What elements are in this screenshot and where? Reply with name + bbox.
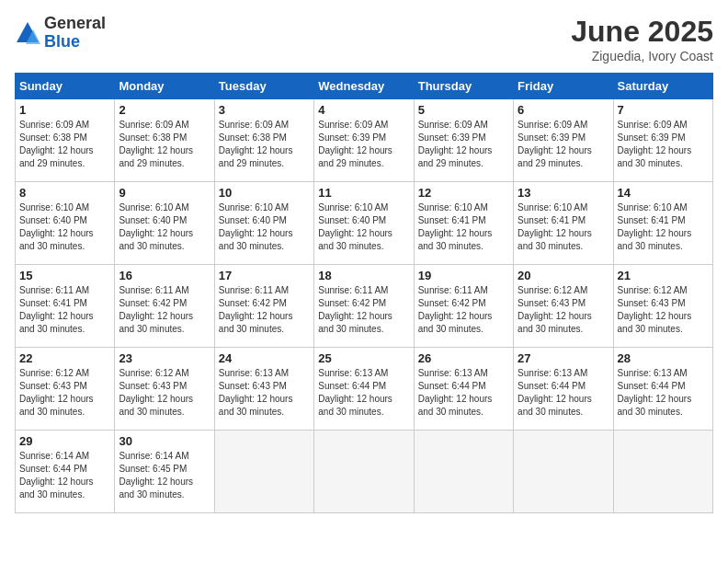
- day-info: Sunrise: 6:10 AMSunset: 6:40 PMDaylight:…: [119, 201, 210, 253]
- page-header: General Blue June 2025 Ziguedia, Ivory C…: [15, 15, 713, 63]
- day-info: Sunrise: 6:13 AMSunset: 6:44 PMDaylight:…: [518, 367, 609, 419]
- calendar-cell: 1Sunrise: 6:09 AMSunset: 6:38 PMDaylight…: [16, 99, 115, 182]
- day-info: Sunrise: 6:12 AMSunset: 6:43 PMDaylight:…: [518, 284, 609, 336]
- calendar-cell: [514, 431, 613, 513]
- calendar-week-row: 22Sunrise: 6:12 AMSunset: 6:43 PMDayligh…: [16, 348, 713, 431]
- logo: General Blue: [15, 15, 106, 52]
- calendar-week-row: 1Sunrise: 6:09 AMSunset: 6:38 PMDaylight…: [16, 99, 713, 182]
- day-number: 18: [318, 269, 409, 282]
- calendar-cell: 4Sunrise: 6:09 AMSunset: 6:39 PMDaylight…: [314, 99, 414, 182]
- day-number: 21: [618, 269, 709, 282]
- location-subtitle: Ziguedia, Ivory Coast: [571, 49, 713, 63]
- calendar-cell: 2Sunrise: 6:09 AMSunset: 6:38 PMDaylight…: [115, 99, 214, 182]
- calendar-cell: 14Sunrise: 6:10 AMSunset: 6:41 PMDayligh…: [613, 182, 712, 265]
- day-info: Sunrise: 6:10 AMSunset: 6:41 PMDaylight:…: [418, 201, 509, 253]
- day-info: Sunrise: 6:13 AMSunset: 6:44 PMDaylight:…: [418, 367, 509, 419]
- day-number: 7: [618, 103, 709, 117]
- day-number: 26: [418, 351, 509, 365]
- calendar-cell: 24Sunrise: 6:13 AMSunset: 6:43 PMDayligh…: [214, 348, 313, 431]
- logo-blue: Blue: [44, 33, 106, 52]
- day-info: Sunrise: 6:11 AMSunset: 6:42 PMDaylight:…: [418, 284, 509, 336]
- month-title: June 2025: [571, 15, 713, 49]
- day-number: 11: [318, 186, 409, 200]
- calendar-cell: 23Sunrise: 6:12 AMSunset: 6:43 PMDayligh…: [115, 348, 214, 431]
- calendar-cell: 17Sunrise: 6:11 AMSunset: 6:42 PMDayligh…: [214, 265, 313, 348]
- day-number: 17: [219, 269, 310, 282]
- calendar-cell: 3Sunrise: 6:09 AMSunset: 6:38 PMDaylight…: [214, 99, 313, 182]
- day-info: Sunrise: 6:13 AMSunset: 6:44 PMDaylight:…: [318, 367, 409, 419]
- day-info: Sunrise: 6:09 AMSunset: 6:38 PMDaylight:…: [119, 119, 210, 170]
- day-number: 30: [119, 434, 210, 448]
- day-info: Sunrise: 6:14 AMSunset: 6:45 PMDaylight:…: [119, 450, 210, 501]
- calendar-table: SundayMondayTuesdayWednesdayThursdayFrid…: [15, 73, 713, 513]
- day-number: 12: [418, 186, 509, 200]
- day-info: Sunrise: 6:13 AMSunset: 6:44 PMDaylight:…: [618, 367, 709, 419]
- day-info: Sunrise: 6:11 AMSunset: 6:42 PMDaylight:…: [318, 284, 409, 336]
- day-info: Sunrise: 6:13 AMSunset: 6:43 PMDaylight:…: [219, 367, 310, 419]
- calendar-cell: 25Sunrise: 6:13 AMSunset: 6:44 PMDayligh…: [314, 348, 414, 431]
- calendar-cell: 18Sunrise: 6:11 AMSunset: 6:42 PMDayligh…: [314, 265, 414, 348]
- calendar-cell: 12Sunrise: 6:10 AMSunset: 6:41 PMDayligh…: [414, 182, 513, 265]
- day-info: Sunrise: 6:14 AMSunset: 6:44 PMDaylight:…: [19, 450, 110, 501]
- weekday-header: Friday: [514, 74, 613, 99]
- day-info: Sunrise: 6:09 AMSunset: 6:38 PMDaylight:…: [19, 119, 110, 170]
- calendar-cell: 27Sunrise: 6:13 AMSunset: 6:44 PMDayligh…: [514, 348, 613, 431]
- calendar-cell: 11Sunrise: 6:10 AMSunset: 6:40 PMDayligh…: [314, 182, 414, 265]
- day-number: 3: [219, 103, 310, 117]
- weekday-header: Tuesday: [214, 74, 313, 99]
- day-number: 15: [19, 269, 110, 282]
- calendar-cell: 26Sunrise: 6:13 AMSunset: 6:44 PMDayligh…: [414, 348, 513, 431]
- day-info: Sunrise: 6:09 AMSunset: 6:39 PMDaylight:…: [518, 119, 609, 170]
- calendar-week-row: 29Sunrise: 6:14 AMSunset: 6:44 PMDayligh…: [16, 431, 713, 513]
- calendar-cell: 5Sunrise: 6:09 AMSunset: 6:39 PMDaylight…: [414, 99, 513, 182]
- day-info: Sunrise: 6:12 AMSunset: 6:43 PMDaylight:…: [618, 284, 709, 336]
- day-number: 6: [518, 103, 609, 117]
- day-number: 28: [618, 351, 709, 365]
- day-number: 2: [119, 103, 210, 117]
- calendar-cell: 13Sunrise: 6:10 AMSunset: 6:41 PMDayligh…: [514, 182, 613, 265]
- day-info: Sunrise: 6:10 AMSunset: 6:40 PMDaylight:…: [19, 201, 110, 253]
- calendar-cell: 16Sunrise: 6:11 AMSunset: 6:42 PMDayligh…: [115, 265, 214, 348]
- calendar-cell: [613, 431, 712, 513]
- day-number: 1: [19, 103, 110, 117]
- day-info: Sunrise: 6:11 AMSunset: 6:42 PMDaylight:…: [219, 284, 310, 336]
- calendar-cell: 10Sunrise: 6:10 AMSunset: 6:40 PMDayligh…: [214, 182, 313, 265]
- calendar-cell: 29Sunrise: 6:14 AMSunset: 6:44 PMDayligh…: [16, 431, 115, 513]
- day-number: 25: [318, 351, 409, 365]
- calendar-cell: [214, 431, 313, 513]
- calendar-cell: 30Sunrise: 6:14 AMSunset: 6:45 PMDayligh…: [115, 431, 214, 513]
- title-block: June 2025 Ziguedia, Ivory Coast: [571, 15, 713, 63]
- day-number: 4: [318, 103, 409, 117]
- day-info: Sunrise: 6:11 AMSunset: 6:41 PMDaylight:…: [19, 284, 110, 336]
- day-info: Sunrise: 6:12 AMSunset: 6:43 PMDaylight:…: [19, 367, 110, 419]
- day-number: 27: [518, 351, 609, 365]
- calendar-cell: 28Sunrise: 6:13 AMSunset: 6:44 PMDayligh…: [613, 348, 712, 431]
- logo-general: General: [44, 15, 106, 33]
- calendar-cell: 21Sunrise: 6:12 AMSunset: 6:43 PMDayligh…: [613, 265, 712, 348]
- weekday-header: Thursday: [414, 74, 513, 99]
- calendar-week-row: 8Sunrise: 6:10 AMSunset: 6:40 PMDaylight…: [16, 182, 713, 265]
- day-info: Sunrise: 6:12 AMSunset: 6:43 PMDaylight:…: [119, 367, 210, 419]
- logo-text: General Blue: [44, 15, 106, 52]
- day-number: 13: [518, 186, 609, 200]
- calendar-cell: [314, 431, 414, 513]
- day-number: 10: [219, 186, 310, 200]
- day-number: 24: [219, 351, 310, 365]
- day-info: Sunrise: 6:10 AMSunset: 6:41 PMDaylight:…: [518, 201, 609, 253]
- day-number: 23: [119, 351, 210, 365]
- day-number: 9: [119, 186, 210, 200]
- calendar-cell: 7Sunrise: 6:09 AMSunset: 6:39 PMDaylight…: [613, 99, 712, 182]
- day-info: Sunrise: 6:10 AMSunset: 6:40 PMDaylight:…: [318, 201, 409, 253]
- day-info: Sunrise: 6:10 AMSunset: 6:40 PMDaylight:…: [219, 201, 310, 253]
- day-number: 8: [19, 186, 110, 200]
- calendar-cell: 22Sunrise: 6:12 AMSunset: 6:43 PMDayligh…: [16, 348, 115, 431]
- day-info: Sunrise: 6:11 AMSunset: 6:42 PMDaylight:…: [119, 284, 210, 336]
- day-number: 19: [418, 269, 509, 282]
- calendar-cell: 9Sunrise: 6:10 AMSunset: 6:40 PMDaylight…: [115, 182, 214, 265]
- weekday-header: Saturday: [613, 74, 712, 99]
- weekday-header: Sunday: [16, 74, 115, 99]
- weekday-header: Monday: [115, 74, 214, 99]
- day-number: 16: [119, 269, 210, 282]
- calendar-cell: 20Sunrise: 6:12 AMSunset: 6:43 PMDayligh…: [514, 265, 613, 348]
- weekday-header-row: SundayMondayTuesdayWednesdayThursdayFrid…: [16, 74, 713, 99]
